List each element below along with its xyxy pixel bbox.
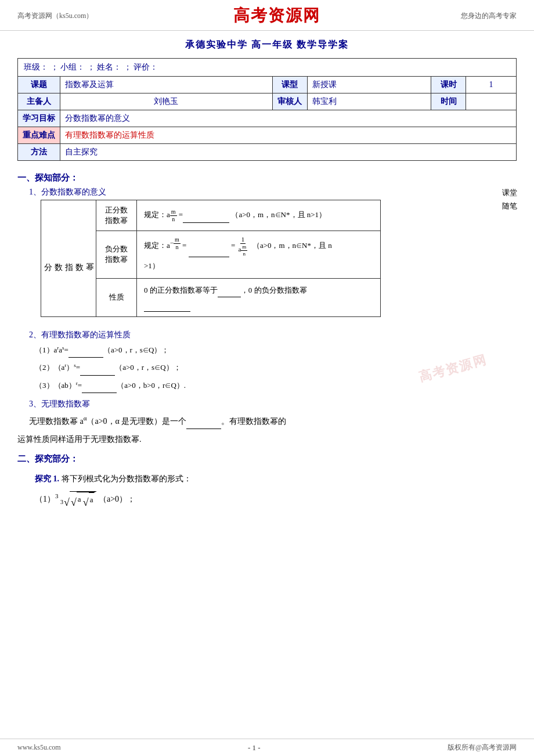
side-note: 课堂随笔	[493, 186, 525, 213]
table-row-5: 方法 自主探究	[18, 144, 517, 161]
formula1: （1）aras=（a>0，r，s∈Q）；	[35, 343, 517, 358]
inner-exponent-grid: 正分数指数幂 规定：amn = （a>0，m，n∈N*，且 n>1） 负分数指数…	[96, 200, 381, 317]
label-xuexi: 学习目标	[18, 110, 60, 127]
explore1-label: 探究 1.	[35, 474, 59, 483]
label-keti: 课题	[18, 77, 60, 93]
explore1-q1: （1）3 3 √ √ a √	[35, 490, 517, 507]
inner-row-property: 性质 0 的正分数指数幂等于，0 的负分数指数幂	[96, 278, 381, 316]
val-keshi: 1	[466, 77, 517, 93]
page: 高考资源网（ks5u.com） 高考资源网 您身边的高考专家 承德实验中学 高一…	[0, 0, 534, 756]
table-row-1: 课题 指数幂及运算 课型 新授课 课时 1	[18, 77, 517, 93]
section1-sub3: 3、无理数指数幂	[29, 399, 517, 409]
info-row: 班级： ； 小组： ； 姓名： ； 评价：	[17, 58, 517, 76]
val-zbr: 刘艳玉	[60, 93, 273, 110]
page-footer: www.ks5u.com - 1 - 版权所有@高考资源网	[0, 739, 534, 756]
positive-formula: 规定：amn = （a>0，m，n∈N*，且 n>1）	[137, 200, 381, 231]
header-center: 高考资源网	[233, 5, 320, 27]
fractional-exponent-table-wrap: 分数指数幂 正分数指数幂 规定：amn = （a>0，m，n∈N*，且 n>1）	[41, 200, 517, 317]
label-shr: 审核人	[272, 93, 307, 110]
formula2: （2）（ar）s=（a>0，r，s∈Q）；	[35, 360, 517, 375]
page-header: 高考资源网（ks5u.com） 高考资源网 您身边的高考专家	[0, 0, 534, 31]
property-text: 0 的正分数指数幂等于，0 的负分数指数幂	[137, 278, 381, 316]
main-content: 承德实验中学 高一年级 数学导学案 班级： ； 小组： ； 姓名： ； 评价： …	[0, 31, 534, 739]
footer-center: - 1 -	[248, 743, 261, 753]
val-time	[466, 93, 517, 110]
doc-title: 承德实验中学 高一年级 数学导学案	[17, 39, 517, 51]
val-ketype: 新授课	[307, 77, 431, 93]
table-row-2: 主备人 刘艳玉 审核人 韩宝利 时间	[18, 93, 517, 110]
explore1-text: 将下列根式化为分数指数幂的形式：	[62, 474, 192, 483]
label-time: 时间	[431, 93, 466, 110]
val-keti: 指数幂及运算	[60, 77, 273, 93]
val-xuexi: 分数指数幂的意义	[60, 110, 517, 127]
formula3: （3）（ab）r=（a>0，b>0，r∈Q）.	[35, 378, 517, 393]
footer-right: 版权所有@高考资源网	[448, 743, 517, 753]
label-zbr: 主备人	[18, 93, 60, 110]
section1-sub1: 1、分数指数幂的意义	[29, 187, 517, 197]
val-fangfa: 自主探究	[60, 144, 517, 161]
explore1-header: 探究 1. 将下列根式化为分数指数幂的形式：	[35, 471, 517, 487]
inner-row-positive: 正分数指数幂 规定：amn = （a>0，m，n∈N*，且 n>1）	[96, 200, 381, 231]
label-fangfa: 方法	[18, 144, 60, 161]
footer-left: www.ks5u.com	[17, 743, 61, 752]
positive-label: 正分数指数幂	[96, 200, 137, 231]
side-note-text: 课堂随笔	[493, 186, 525, 213]
inner-row-negative: 负分数指数幂 规定：a−mn = = 1 amn	[96, 231, 381, 279]
val-shr: 韩宝利	[307, 93, 431, 110]
table-row-3: 学习目标 分数指数幂的意义	[18, 110, 517, 127]
explore-section: 探究 1. 将下列根式化为分数指数幂的形式： （1）3 3 √ √	[17, 471, 517, 507]
section1-sub2: 2、有理数指数幂的运算性质	[29, 330, 517, 340]
section1-title: 一、探知部分：	[17, 172, 517, 183]
property-label: 性质	[96, 278, 137, 316]
table-row-4: 重点难点 有理数指数幂的运算性质	[18, 127, 517, 144]
sqrt-expression: 3 √ √ a √ a	[60, 491, 96, 507]
val-zhongdian: 有理数指数幂的运算性质	[60, 127, 517, 144]
irrational-end: 运算性质同样适用于无理数指数幂.	[17, 432, 517, 448]
vertical-label-fenshu: 分数指数幂	[41, 200, 96, 317]
irrational-text: 无理数指数幂 aα（a>0，α 是无理数）是一个。有理数指数幂的	[29, 412, 517, 429]
label-zhongdian: 重点难点	[18, 127, 60, 144]
header-right: 您身边的高考专家	[461, 11, 517, 21]
negative-label: 负分数指数幂	[96, 231, 137, 279]
label-keshi: 课时	[431, 77, 466, 93]
section2-title: 二、探究部分：	[17, 453, 517, 465]
negative-formula: 规定：a−mn = = 1 amn （a>0，m，n∈N*，且 n	[137, 231, 381, 279]
main-table: 课题 指数幂及运算 课型 新授课 课时 1 主备人 刘艳玉 审核人 韩宝利 时间…	[17, 76, 517, 161]
label-ketype: 课型	[272, 77, 307, 93]
header-left: 高考资源网（ks5u.com）	[17, 11, 93, 21]
